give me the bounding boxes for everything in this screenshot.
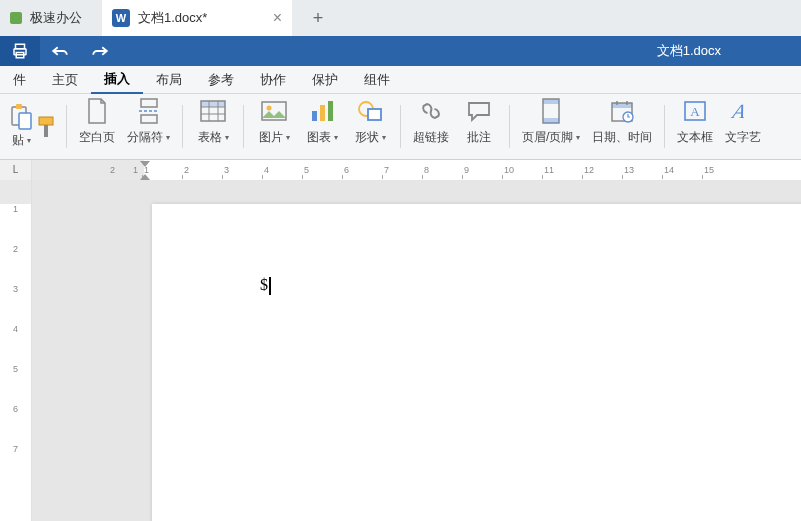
ruler-area: L 2 1 1 2 3 4 5 6 7 8 9 10 11 12 13 14 1…: [0, 160, 801, 180]
menu-home[interactable]: 主页: [39, 66, 91, 94]
table-label: 表格▾: [198, 129, 229, 146]
header-footer-group: 页眉/页脚▾ 日期、时间: [510, 97, 664, 156]
clipboard-group: 贴▾: [0, 97, 66, 156]
first-line-indent-marker[interactable]: [140, 161, 150, 167]
shapes-label: 形状▾: [355, 129, 386, 146]
chart-button[interactable]: 图表▾: [304, 97, 340, 146]
svg-point-12: [267, 106, 272, 111]
paste-label: 贴▾: [12, 132, 31, 149]
document-canvas[interactable]: $: [32, 180, 801, 521]
picture-button[interactable]: 图片▾: [256, 97, 292, 146]
chart-label: 图表▾: [307, 129, 338, 146]
document-content[interactable]: $: [260, 276, 271, 295]
svg-rect-14: [320, 105, 325, 121]
header-footer-button[interactable]: 页眉/页脚▾: [522, 97, 580, 146]
page-break-icon: [135, 97, 163, 125]
page-break-button[interactable]: 分隔符▾: [127, 97, 170, 146]
plus-icon: +: [313, 8, 324, 29]
word-art-button[interactable]: A 文字艺: [725, 97, 761, 146]
svg-rect-8: [44, 125, 48, 137]
document-tab[interactable]: W 文档1.docx* ×: [102, 0, 292, 36]
svg-rect-15: [328, 101, 333, 121]
svg-text:A: A: [691, 104, 701, 119]
blank-page-button[interactable]: 空白页: [79, 97, 115, 146]
blank-page-icon: [83, 97, 111, 125]
app-tab[interactable]: 极速办公: [0, 0, 102, 36]
app-tab-label: 极速办公: [30, 9, 82, 27]
pages-group: 空白页 分隔符▾: [67, 97, 182, 156]
menu-collaborate[interactable]: 协作: [247, 66, 299, 94]
quick-access-toolbar: [0, 36, 120, 66]
menu-bar: 件 主页 插入 布局 参考 协作 保护 组件: [0, 66, 801, 94]
hyperlink-label: 超链接: [413, 129, 449, 146]
document-tab-label: 文档1.docx*: [138, 9, 207, 27]
svg-rect-19: [543, 99, 559, 104]
hanging-indent-marker[interactable]: [140, 174, 150, 180]
text-cursor-icon: [269, 277, 271, 295]
table-button[interactable]: 表格▾: [195, 97, 231, 146]
print-button[interactable]: [0, 36, 40, 66]
picture-icon: [260, 97, 288, 125]
date-time-button[interactable]: 日期、时间: [592, 97, 652, 146]
text-group: A 文本框 A 文字艺: [665, 97, 773, 156]
date-time-label: 日期、时间: [592, 129, 652, 146]
paste-button[interactable]: 贴▾: [10, 104, 32, 149]
svg-rect-13: [312, 111, 317, 121]
header-footer-icon: [537, 97, 565, 125]
svg-rect-6: [19, 113, 31, 129]
menu-components[interactable]: 组件: [351, 66, 403, 94]
svg-rect-17: [368, 109, 381, 120]
comment-button[interactable]: 批注: [461, 97, 497, 146]
hyperlink-button[interactable]: 超链接: [413, 97, 449, 146]
blank-page-label: 空白页: [79, 129, 115, 146]
picture-label: 图片▾: [259, 129, 290, 146]
workspace: 1 2 3 4 5 6 7 $: [0, 180, 801, 521]
text-box-icon: A: [681, 97, 709, 125]
redo-icon: [91, 44, 109, 58]
printer-icon: [11, 42, 29, 60]
comment-label: 批注: [467, 129, 491, 146]
shapes-button[interactable]: 形状▾: [352, 97, 388, 146]
menu-insert[interactable]: 插入: [91, 66, 143, 94]
svg-rect-10: [201, 101, 225, 107]
ribbon-insert: 贴▾ 空白页 分隔符▾ 表格▾ 图片▾ 图表▾ 形状▾: [0, 94, 801, 160]
comment-icon: [465, 97, 493, 125]
text-box-button[interactable]: A 文本框: [677, 97, 713, 146]
table-group: 表格▾: [183, 97, 243, 156]
ruler-corner[interactable]: L: [0, 160, 32, 180]
vertical-ruler[interactable]: 1 2 3 4 5 6 7: [0, 180, 32, 521]
new-tab-button[interactable]: +: [300, 0, 336, 36]
paste-icon: [10, 104, 32, 130]
menu-layout[interactable]: 布局: [143, 66, 195, 94]
hyperlink-icon: [417, 97, 445, 125]
page[interactable]: $: [152, 204, 801, 521]
menu-reference[interactable]: 参考: [195, 66, 247, 94]
table-icon: [199, 97, 227, 125]
svg-text:A: A: [730, 100, 748, 122]
format-painter-icon[interactable]: [36, 115, 56, 139]
horizontal-ruler[interactable]: 2 1 1 2 3 4 5 6 7 8 9 10 11 12 13 14 15: [32, 160, 801, 180]
svg-rect-5: [16, 104, 22, 109]
calendar-icon: [608, 97, 636, 125]
word-doc-icon: W: [112, 9, 130, 27]
svg-rect-20: [543, 118, 559, 123]
redo-button[interactable]: [80, 36, 120, 66]
page-break-label: 分隔符▾: [127, 129, 170, 146]
undo-icon: [51, 44, 69, 58]
chart-icon: [308, 97, 336, 125]
header-footer-label: 页眉/页脚▾: [522, 129, 580, 146]
links-group: 超链接 批注: [401, 97, 509, 156]
menu-protect[interactable]: 保护: [299, 66, 351, 94]
word-art-icon: A: [729, 97, 757, 125]
undo-button[interactable]: [40, 36, 80, 66]
word-art-label: 文字艺: [725, 129, 761, 146]
window-tabs-bar: 极速办公 W 文档1.docx* × +: [0, 0, 801, 36]
svg-rect-7: [39, 117, 53, 125]
menu-file[interactable]: 件: [0, 66, 39, 94]
title-bar: 文档1.docx: [0, 36, 801, 66]
close-tab-button[interactable]: ×: [273, 10, 282, 26]
document-title: 文档1.docx: [657, 42, 721, 60]
svg-rect-0: [10, 12, 22, 24]
illustrations-group: 图片▾ 图表▾ 形状▾: [244, 97, 400, 156]
text-box-label: 文本框: [677, 129, 713, 146]
